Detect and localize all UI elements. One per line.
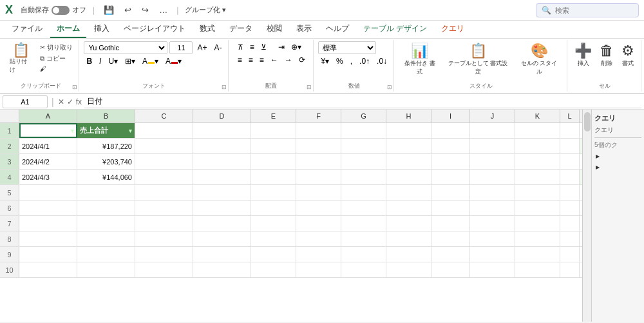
font-expand-icon[interactable]: ⊡ [222, 84, 227, 90]
cell-a8[interactable] [19, 231, 77, 246]
cell-j7[interactable] [470, 216, 515, 231]
alignment-expand-icon[interactable]: ⊡ [307, 84, 312, 90]
underline-button[interactable]: U▾ [106, 55, 120, 67]
cell-l2[interactable] [560, 139, 580, 153]
col-header-l[interactable]: L [560, 110, 580, 122]
align-middle-button[interactable]: ≡ [247, 41, 257, 53]
conditional-format-button[interactable]: 📊 条件付き 書式 [399, 41, 440, 77]
cell-h8[interactable] [386, 231, 431, 246]
cell-e2[interactable] [251, 139, 296, 153]
cell-h1[interactable] [386, 123, 431, 138]
cell-j1[interactable] [470, 123, 515, 138]
tab-insert[interactable]: 挿入 [88, 21, 116, 38]
format-button[interactable]: ⚙ 書式 [619, 41, 637, 69]
cell-f3[interactable] [296, 154, 341, 169]
cell-k2[interactable] [515, 139, 560, 153]
name-box[interactable] [3, 95, 48, 108]
cell-a6[interactable] [19, 201, 77, 215]
align-left-button[interactable]: ≡ [235, 54, 245, 66]
cell-d3[interactable] [193, 154, 251, 169]
cell-c5[interactable] [135, 185, 193, 200]
indent-decrease-button[interactable]: ← [268, 54, 281, 66]
col-header-j[interactable]: J [470, 110, 515, 122]
cell-h7[interactable] [386, 216, 431, 231]
dropdown-arrow-b1[interactable]: ▾ [129, 128, 132, 134]
cell-f9[interactable] [296, 247, 341, 262]
cell-e10[interactable] [251, 262, 296, 277]
cell-d6[interactable] [193, 201, 251, 215]
col-header-g[interactable]: G [341, 110, 386, 122]
cell-h10[interactable] [386, 262, 431, 277]
col-header-k[interactable]: K [515, 110, 560, 122]
cell-l8[interactable] [560, 231, 580, 246]
cell-styles-button[interactable]: 🎨 セルの スタイル [516, 41, 563, 77]
cell-j10[interactable] [470, 262, 515, 277]
cell-c10[interactable] [135, 262, 193, 277]
cell-j6[interactable] [470, 201, 515, 215]
cell-c1[interactable] [135, 123, 193, 138]
cell-a10[interactable] [19, 262, 77, 277]
spreadsheet[interactable]: A B C D E F G H I J K L 1 日付 ▾ 売上合計 ▾ [0, 110, 582, 322]
cell-c7[interactable] [135, 216, 193, 231]
cell-a7[interactable] [19, 216, 77, 231]
table-format-button[interactable]: 📋 テーブルとして 書式設定 [443, 41, 513, 77]
cell-j5[interactable] [470, 185, 515, 200]
insert-function-icon[interactable]: fx [76, 97, 82, 106]
cell-e6[interactable] [251, 201, 296, 215]
cell-k1[interactable] [515, 123, 560, 138]
cell-c9[interactable] [135, 247, 193, 262]
search-input[interactable] [555, 6, 620, 14]
cell-i8[interactable] [431, 231, 470, 246]
cell-l1[interactable] [560, 123, 580, 138]
cell-f8[interactable] [296, 231, 341, 246]
cell-a3[interactable]: 2024/4/2 [19, 154, 77, 169]
cell-i3[interactable] [431, 154, 470, 169]
col-header-b[interactable]: B [77, 110, 135, 122]
currency-button[interactable]: ¥▾ [318, 55, 332, 67]
cell-l4[interactable] [560, 170, 580, 184]
cell-e9[interactable] [251, 247, 296, 262]
query-expand-icon-1[interactable]: ▶ [596, 153, 600, 159]
font-color-button[interactable]: A▾ [163, 55, 184, 67]
col-header-i[interactable]: I [431, 110, 470, 122]
cell-b1[interactable]: 売上合計 ▾ [77, 123, 135, 138]
tab-data[interactable]: データ [223, 21, 259, 38]
align-bottom-button[interactable]: ⊻ [258, 41, 269, 53]
cell-c4[interactable] [135, 170, 193, 184]
cell-g5[interactable] [341, 185, 386, 200]
col-header-h[interactable]: H [386, 110, 431, 122]
confirm-formula-icon[interactable]: ✓ [67, 97, 73, 106]
cell-h3[interactable] [386, 154, 431, 169]
cell-g2[interactable] [341, 139, 386, 153]
cell-c2[interactable] [135, 139, 193, 153]
search-box[interactable]: 🔍 [536, 3, 639, 17]
cell-l7[interactable] [560, 216, 580, 231]
redo-button[interactable]: ↪ [139, 4, 151, 16]
cell-h9[interactable] [386, 247, 431, 262]
cell-a4[interactable]: 2024/4/3 [19, 170, 77, 184]
font-size-input[interactable] [169, 41, 193, 54]
cell-e4[interactable] [251, 170, 296, 184]
cell-e8[interactable] [251, 231, 296, 246]
cell-l5[interactable] [560, 185, 580, 200]
cell-j3[interactable] [470, 154, 515, 169]
tab-view[interactable]: 表示 [290, 21, 318, 38]
cell-h6[interactable] [386, 201, 431, 215]
cell-a5[interactable] [19, 185, 77, 200]
vertical-scrollbar[interactable] [582, 110, 591, 322]
cell-d1[interactable] [193, 123, 251, 138]
percent-button[interactable]: % [334, 55, 346, 67]
wrap-text-button[interactable]: ⇥ [276, 41, 287, 53]
font-shrink-button[interactable]: A- [211, 42, 224, 54]
fill-color-button[interactable]: A▾ [140, 55, 161, 67]
cell-j9[interactable] [470, 247, 515, 262]
cell-b10[interactable] [77, 262, 135, 277]
cell-l6[interactable] [560, 201, 580, 215]
number-expand-icon[interactable]: ⊡ [387, 84, 392, 90]
query-item-1[interactable]: ▶ [594, 152, 641, 161]
query-expand-icon-2[interactable]: ▶ [596, 164, 600, 170]
number-format-select[interactable]: 標準 [318, 41, 376, 54]
align-center-button[interactable]: ≡ [246, 54, 256, 66]
cut-button[interactable]: ✂ 切り取り [38, 43, 75, 53]
cell-d4[interactable] [193, 170, 251, 184]
